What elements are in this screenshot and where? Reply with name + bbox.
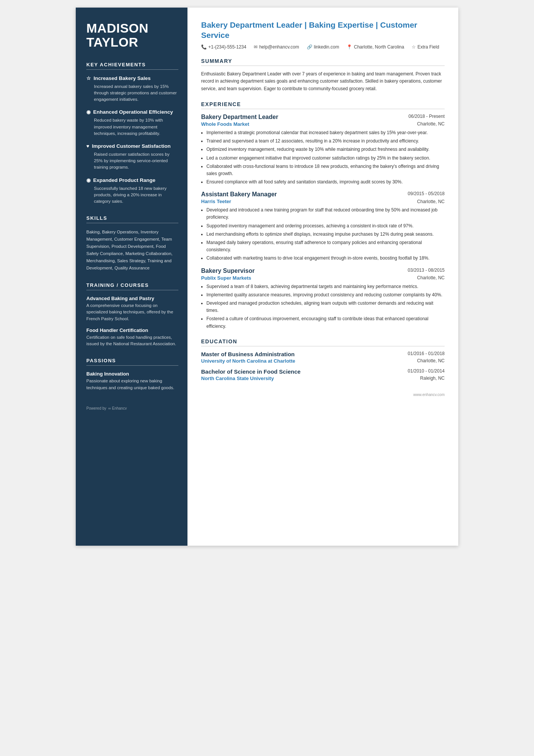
job-entry: Bakery Department Leader 06/2018 - Prese… [201,114,445,186]
powered-by: Powered by ∞ Enhancv [86,406,178,410]
achievements-list: ☆ Increased Bakery Sales Increased annua… [86,75,178,205]
edu-location: Raleigh, NC [420,376,445,381]
achievement-item: ♥ Improved Customer Satisfaction Raised … [86,143,178,171]
heart-icon: ♥ [86,143,89,150]
training-list: Advanced Baking and Pastry A comprehensi… [86,296,178,347]
job-location: Charlotte, NC [417,275,445,280]
job-title-header: Bakery Department Leader | Baking Expert… [201,20,445,41]
bullet-item: Developed and introduced a new training … [206,207,445,221]
phone-icon: 📞 [201,44,207,50]
achievement-item: ◉ Enhanced Operational Efficiency Reduce… [86,109,178,137]
job-company: Publix Super Markets [201,275,251,281]
sidebar: MADISON TAYLOR KEY ACHIEVEMENTS ☆ Increa… [76,8,187,546]
job-date: 03/2013 - 08/2015 [408,268,445,273]
bullet-item: Ensured compliance with all food safety … [206,178,445,186]
bullet-item: Led merchandising efforts to optimize sh… [206,231,445,238]
contact-row: 📞 +1-(234)-555-1234 ✉ help@enhancv.com 🔗… [201,44,445,50]
main-content: Bakery Department Leader | Baking Expert… [187,8,458,546]
skills-section-title: SKILLS [86,215,178,223]
degree-title: Bachelor of Science in Food Science [201,368,301,375]
education-entry: Master of Business Administration 01/201… [201,351,445,364]
bullet-item: Optimized inventory management, reducing… [206,146,445,153]
contact-linkedin[interactable]: 🔗 linkedin.com [307,44,339,50]
education-entry: Bachelor of Science in Food Science 01/2… [201,368,445,381]
bullet-item: Led a customer engagement initiative tha… [206,155,445,162]
achievements-section-title: KEY ACHIEVEMENTS [86,62,178,70]
resume-container: MADISON TAYLOR KEY ACHIEVEMENTS ☆ Increa… [76,8,458,546]
job-title: Assistant Bakery Manager [201,191,277,198]
edu-date: 01/2010 - 01/2014 [408,368,445,374]
job-title: Bakery Department Leader [201,114,278,121]
circle-icon: ◉ [86,177,91,184]
footer-url: www.enhancv.com [201,393,445,397]
summary-text: Enthusiastic Bakery Department Leader wi… [201,70,445,93]
circle-icon: ◉ [86,109,91,116]
edu-date: 01/2016 - 01/2018 [408,351,445,356]
job-company: Harris Teeter [201,199,231,204]
bullet-item: Implemented quality assurance measures, … [206,291,445,299]
email-icon: ✉ [254,44,258,50]
contact-email: ✉ help@enhancv.com [254,44,299,50]
education-section-title: EDUCATION [201,338,445,346]
job-bullets: Implemented a strategic promotional cale… [201,129,445,186]
bullet-item: Collaborated with marketing teams to dri… [206,255,445,262]
job-date: 09/2015 - 05/2018 [408,191,445,196]
candidate-name: MADISON TAYLOR [86,21,178,50]
job-entry: Assistant Bakery Manager 09/2015 - 05/20… [201,191,445,262]
passions-section-title: PASSIONS [86,358,178,366]
location-icon: 📍 [347,44,352,50]
school-name: University of North Carolina at Charlott… [201,358,295,364]
achievement-item: ☆ Increased Bakery Sales Increased annua… [86,75,178,103]
contact-phone: 📞 +1-(234)-555-1234 [201,44,246,50]
experience-section-title: EXPERIENCE [201,101,445,109]
achievement-item: ◉ Expanded Product Range Successfully la… [86,177,178,205]
bullet-item: Fostered a culture of continuous improve… [206,315,445,330]
link-icon: 🔗 [307,44,312,50]
training-section-title: TRAINING / COURSES [86,282,178,290]
star-icon: ☆ [86,75,91,82]
passions-list: Baking Innovation Passionate about explo… [86,371,178,391]
job-company: Whole Foods Market [201,121,249,127]
job-bullets: Supervised a team of 8 bakers, achieving… [201,283,445,330]
contact-extra: ☆ Extra Field [412,44,439,50]
job-bullets: Developed and introduced a new training … [201,207,445,262]
contact-location: 📍 Charlotte, North Carolina [347,44,404,50]
skills-text: Baking, Bakery Operations, Inventory Man… [86,229,178,272]
school-name: North Carolina State University [201,376,274,381]
job-title: Bakery Supervisor [201,268,255,274]
bullet-item: Implemented a strategic promotional cale… [206,129,445,136]
bullet-item: Supported inventory management and order… [206,222,445,230]
extra-icon: ☆ [412,44,416,50]
bullet-item: Managed daily bakery operations, ensurin… [206,239,445,254]
bullet-item: Collaborated with cross-functional teams… [206,163,445,177]
edu-location: Charlotte, NC [417,358,445,363]
degree-title: Master of Business Administration [201,351,295,357]
bullet-item: Supervised a team of 8 bakers, achieving… [206,283,445,290]
training-item: Advanced Baking and Pastry A comprehensi… [86,296,178,322]
bullet-item: Trained and supervised a team of 12 asso… [206,138,445,145]
bullet-item: Developed and managed production schedul… [206,300,445,314]
job-location: Charlotte, NC [417,199,445,204]
job-entry: Bakery Supervisor 03/2013 - 08/2015 Publ… [201,268,445,330]
job-date: 06/2018 - Present [409,114,445,119]
training-item: Food Handler Certification Certification… [86,327,178,347]
summary-section-title: SUMMARY [201,58,445,66]
job-location: Charlotte, NC [417,121,445,127]
